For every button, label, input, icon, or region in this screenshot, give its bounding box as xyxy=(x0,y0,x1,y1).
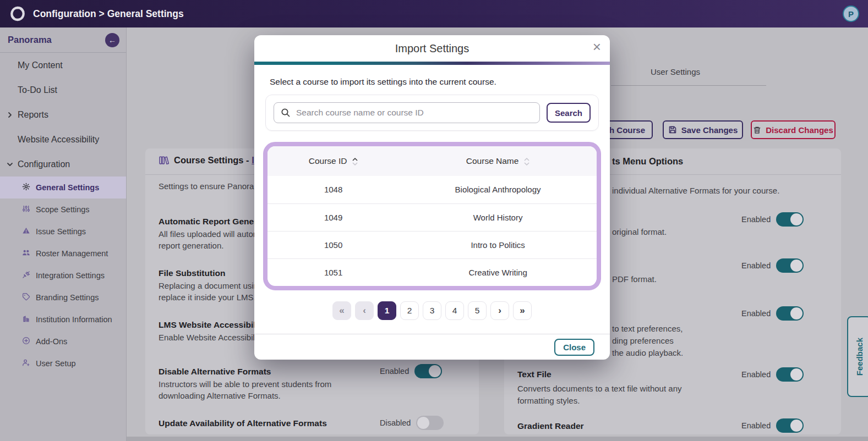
card-intro-text: Settings to ensure Panora xyxy=(159,180,254,192)
pagination-first-button[interactable]: « xyxy=(332,301,351,320)
plus-circle-icon xyxy=(22,337,30,346)
toggle-state-label: Enabled xyxy=(741,215,771,224)
column-header-course-name[interactable]: Course Name xyxy=(399,146,597,176)
close-icon[interactable]: × xyxy=(593,40,601,54)
setting-name: File Substitution xyxy=(159,268,225,278)
sidebar-item-general-settings[interactable]: General Settings xyxy=(0,177,126,199)
course-table: Course ID Course Name 1048 Biological An… xyxy=(268,146,597,286)
setting-name: Gradient Reader xyxy=(517,421,584,431)
pagination-page-1[interactable]: 1 xyxy=(378,301,396,320)
setting-name: Automatic Report Gener xyxy=(159,217,257,227)
toggle-state-label: Enabled xyxy=(380,367,409,376)
discard-changes-button[interactable]: Discard Changes xyxy=(751,120,836,139)
setting-desc: report generation. xyxy=(159,240,223,251)
sidebar-item-configuration[interactable]: Configuration xyxy=(0,152,126,177)
setting-desc: Instructors will be able to prevent stud… xyxy=(159,378,331,390)
table-row[interactable]: 1051 Creative Writing xyxy=(268,258,597,286)
toggle-switch[interactable] xyxy=(776,306,804,321)
column-header-course-id[interactable]: Course ID xyxy=(268,146,399,176)
sidebar-item-reports[interactable]: Reports xyxy=(0,102,126,127)
toggle-switch[interactable] xyxy=(776,258,804,273)
building-icon xyxy=(22,315,30,324)
modal-subtitle: Select a course to import its settings i… xyxy=(270,77,594,87)
setting-desc: ding preferences xyxy=(612,335,674,346)
pagination-prev-button[interactable]: ‹ xyxy=(355,301,374,320)
user-avatar[interactable]: P xyxy=(843,5,859,22)
sidebar-item-issue-settings[interactable]: Issue Settings xyxy=(0,220,126,242)
sidebar-item-todo-list[interactable]: To-Do List xyxy=(0,78,126,102)
collapse-sidebar-button[interactable]: ← xyxy=(105,33,119,47)
table-row[interactable]: 1050 Intro to Politics xyxy=(268,231,597,258)
sidebar-item-integration-settings[interactable]: Integration Settings xyxy=(0,264,126,286)
sidebar-item-add-ons[interactable]: Add-Ons xyxy=(0,330,126,352)
setting-name: Disable Alternative Formats xyxy=(159,367,271,377)
setting-desc: the audio playback. xyxy=(612,347,683,359)
sidebar-item-user-setup[interactable]: User Setup xyxy=(0,352,126,374)
toggle-state-label: Disabled xyxy=(380,418,411,427)
panorama-logo-icon xyxy=(9,5,26,23)
sidebar-header: Panorama ← xyxy=(0,27,126,53)
toggle-switch[interactable] xyxy=(776,367,804,382)
trash-icon xyxy=(753,126,761,134)
pagination-next-button[interactable]: › xyxy=(490,301,509,320)
setting-desc: replace it inside your LMS. xyxy=(159,291,256,303)
gear-icon xyxy=(22,183,30,192)
breadcrumb: Configuration > General Settings xyxy=(33,8,184,20)
search-icon xyxy=(281,108,291,118)
pagination: « ‹ 1 2 3 4 5 › » xyxy=(254,301,610,320)
sliders-icon xyxy=(22,205,30,214)
pagination-page-2[interactable]: 2 xyxy=(400,301,419,320)
modal-footer: Close xyxy=(254,334,610,360)
setting-desc: Converts documents to a text file withou… xyxy=(517,383,681,394)
save-icon xyxy=(668,125,677,134)
toggle-switch[interactable] xyxy=(414,364,442,378)
toggle-switch[interactable] xyxy=(776,418,804,433)
chevron-right-icon xyxy=(7,112,13,118)
toggle-state-label: Enabled xyxy=(741,309,771,318)
search-input[interactable] xyxy=(296,108,533,118)
save-changes-button[interactable]: Save Changes xyxy=(663,120,743,139)
tab-user-settings[interactable]: User Settings xyxy=(651,67,700,76)
feedback-tab[interactable]: Feedback xyxy=(847,316,868,397)
tab-bar-underline xyxy=(611,85,766,86)
sidebar-item-my-content[interactable]: My Content xyxy=(0,53,126,78)
toggle-state-label: Enabled xyxy=(741,261,771,270)
setting-desc: Replacing a document usir xyxy=(159,280,256,291)
setting-desc: downloading Alternative Formats. xyxy=(159,390,281,401)
setting-desc: original format. xyxy=(612,226,667,238)
toggle-disable-alternative-formats: Enabled xyxy=(380,364,442,378)
toggle-state-label: Enabled xyxy=(741,421,771,430)
setting-name: Update Availability of Alternative Forma… xyxy=(159,418,327,428)
user-gear-icon xyxy=(22,359,30,368)
pagination-page-4[interactable]: 4 xyxy=(445,301,464,320)
pagination-page-3[interactable]: 3 xyxy=(423,301,441,320)
course-settings-card-title: Course Settings - I xyxy=(159,155,254,166)
search-button[interactable]: Search xyxy=(547,103,591,123)
modal-title: Import Settings xyxy=(395,42,470,55)
search-panel: Search xyxy=(265,95,599,131)
toggle-row-2: Enabled xyxy=(741,258,804,273)
sort-icons[interactable] xyxy=(524,158,529,166)
toggle-switch[interactable] xyxy=(416,416,444,430)
close-button[interactable]: Close xyxy=(554,339,594,356)
people-icon xyxy=(22,249,30,258)
setting-desc: All files uploaded will autor xyxy=(159,228,256,240)
alt-formats-card-title-fragment: ts Menu Options xyxy=(612,156,683,167)
toggle-gradient-reader: Enabled xyxy=(741,418,804,433)
sort-icons[interactable] xyxy=(352,158,358,166)
books-icon xyxy=(159,155,169,166)
table-row[interactable]: 1049 World History xyxy=(268,203,597,231)
pagination-last-button[interactable]: » xyxy=(513,301,532,320)
pagination-page-5[interactable]: 5 xyxy=(468,301,487,320)
sidebar-item-scope-settings[interactable]: Scope Settings xyxy=(0,199,126,220)
sidebar-item-branding-settings[interactable]: Branding Settings xyxy=(0,286,126,308)
toggle-text-file: Enabled xyxy=(741,367,804,382)
warning-triangle-icon xyxy=(22,227,30,236)
table-row[interactable]: 1048 Biological Anthropology xyxy=(268,176,597,203)
sidebar-item-website-accessibility[interactable]: Website Accessibility xyxy=(0,127,126,152)
toggle-switch[interactable] xyxy=(776,212,804,227)
sidebar-item-institution-information[interactable]: Institution Information xyxy=(0,308,126,330)
sidebar-item-roster-management[interactable]: Roster Management xyxy=(0,242,126,264)
modal-header: Import Settings × xyxy=(254,35,610,62)
toggle-row-1: Enabled xyxy=(741,212,804,227)
